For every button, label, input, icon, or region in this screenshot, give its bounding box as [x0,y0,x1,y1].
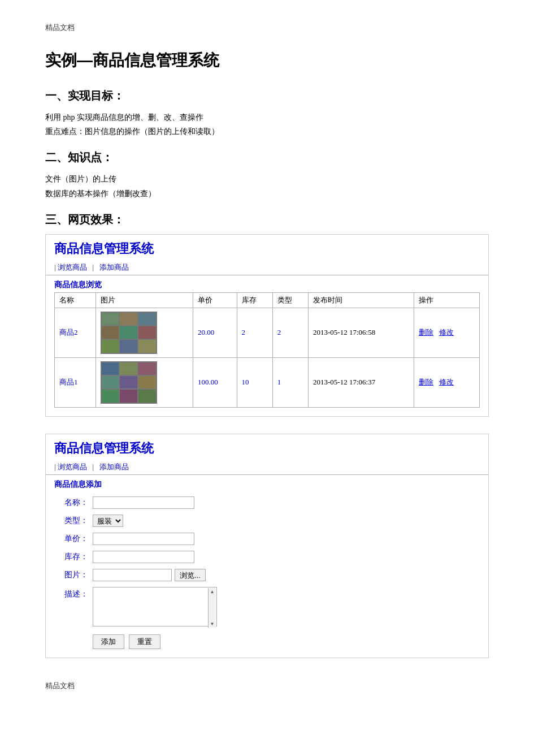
col-time: 发布时间 [309,292,414,308]
form-row-image: 图片： 浏览... [54,569,480,581]
scrollbar-indicator: ▲ ▼ [208,588,216,628]
textarea-wrapper: ▲ ▼ [93,587,217,629]
web-effect-box-2: 商品信息管理系统 | 浏览商品 | 添加商品 商品信息添加 名称： 类型： 服装… [45,434,489,658]
product-image-2 [101,361,157,404]
reset-button[interactable]: 重置 [129,634,160,649]
table-row: 商品2 [55,308,480,357]
table-section-1: 商品信息浏览 名称 图片 单价 库存 类型 发布时间 操作 商品2 [46,275,488,416]
nav-separator-2: | [93,263,94,271]
nav-browse-link-1[interactable]: 浏览商品 [58,263,87,271]
nav2-add-link[interactable]: 添加商品 [99,463,129,471]
section-title-2: 二、知识点： [45,150,489,165]
nav-add-link-1[interactable]: 添加商品 [99,263,129,271]
form-title: 商品信息添加 [54,479,480,490]
type-select[interactable]: 服装 [93,515,123,527]
nav2-separator-1: | [54,463,56,471]
col-action: 操作 [414,292,480,308]
file-path-input[interactable] [93,569,172,581]
section-content-1: 利用 php 实现商品信息的增、删、改、查操作 重点难点：图片信息的操作（图片的… [45,110,489,139]
edit-link-1[interactable]: 修改 [439,328,454,336]
product-price-1: 20.00 [193,308,237,357]
watermark-bottom: 精品文档 [45,681,489,691]
table-title: 商品信息浏览 [54,280,480,290]
form-section: 商品信息添加 名称： 类型： 服装 单价： 库存： 图片： [46,475,488,658]
product-stock-2: 10 [237,357,272,407]
col-price: 单价 [193,292,237,308]
product-actions-2: 删除 修改 [414,357,480,407]
col-stock: 库存 [237,292,272,308]
price-input[interactable] [93,533,194,545]
desc-label: 描述： [54,589,88,599]
product-table: 名称 图片 单价 库存 类型 发布时间 操作 商品2 [54,292,480,408]
delete-link-1[interactable]: 删除 [419,328,433,336]
col-type: 类型 [272,292,308,308]
desc-textarea[interactable] [93,587,217,627]
web-effect-box-1: 商品信息管理系统 | 浏览商品 | 添加商品 商品信息浏览 名称 图片 单价 库… [45,234,489,417]
table-row: 商品1 [55,357,480,407]
product-name-2: 商品1 [55,357,96,407]
form-row-stock: 库存： [54,551,480,563]
delete-link-2[interactable]: 删除 [419,378,433,386]
edit-link-2[interactable]: 修改 [439,378,454,386]
section-title-3: 三、网页效果： [45,212,489,227]
scroll-up-icon: ▲ [210,589,215,594]
product-type-1: 2 [272,308,308,357]
product-image-1 [101,312,157,354]
section-content-2: 文件（图片）的上传 数据库的基本操作（增删改查） [45,172,489,200]
product-type-2: 1 [272,357,308,407]
stock-input[interactable] [93,551,194,563]
file-input-wrapper: 浏览... [93,569,206,581]
stock-label: 库存： [54,552,88,562]
form-row-desc: 描述： ▲ ▼ [54,587,480,629]
form-row-name: 名称： [54,496,480,509]
product-actions-1: 删除 修改 [414,308,480,357]
form-row-price: 单价： [54,533,480,545]
watermark-top: 精品文档 [45,23,489,33]
nav2-separator-2: | [93,463,94,471]
product-time-2: 2013-05-12 17:06:37 [309,357,414,407]
name-label: 名称： [54,498,88,508]
site1-title: 商品信息管理系统 [46,235,488,260]
price-label: 单价： [54,534,88,544]
site2-nav: | 浏览商品 | 添加商品 [46,460,488,475]
product-price-2: 100.00 [193,357,237,407]
col-image: 图片 [95,292,193,308]
type-label: 类型： [54,516,88,526]
name-input[interactable] [93,496,194,509]
browse-button[interactable]: 浏览... [175,569,206,581]
site2-title: 商品信息管理系统 [46,434,488,460]
add-button[interactable]: 添加 [93,634,124,649]
col-name: 名称 [55,292,96,308]
form-row-type: 类型： 服装 [54,515,480,527]
site1-nav: | 浏览商品 | 添加商品 [46,260,488,275]
product-stock-1: 2 [237,308,272,357]
main-title: 实例—商品信息管理系统 [45,50,489,71]
section-title-1: 一、实现目标： [45,88,489,103]
image-label: 图片： [54,570,88,580]
product-image-cell-1 [95,308,193,357]
button-row: 添加 重置 [54,634,480,649]
product-name-1: 商品2 [55,308,96,357]
table-header-row: 名称 图片 单价 库存 类型 发布时间 操作 [55,292,480,308]
nav-separator-1: | [54,263,56,271]
product-image-cell-2 [95,357,193,407]
scroll-down-icon: ▼ [210,621,215,627]
product-time-1: 2013-05-12 17:06:58 [309,308,414,357]
nav2-browse-link[interactable]: 浏览商品 [58,463,87,471]
